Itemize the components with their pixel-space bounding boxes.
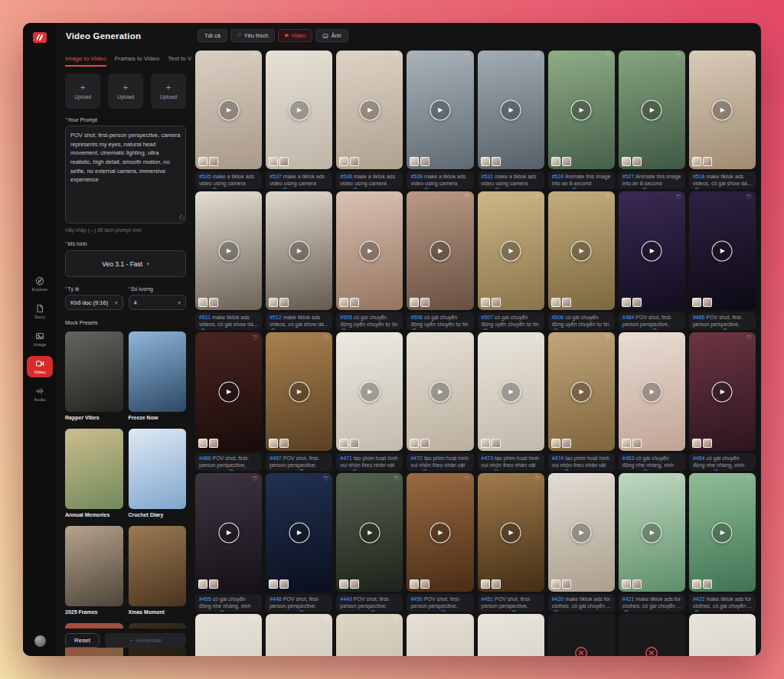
play-button[interactable]: ▶ bbox=[430, 381, 450, 402]
video-card[interactable]: ♡ ▶ #422 make tiktok ads for clothes, cô… bbox=[689, 473, 756, 612]
video-card[interactable]: ♡ ▶ #473 tạo phim hoạt hình vui nhộn the… bbox=[478, 332, 544, 471]
copy-icon[interactable] bbox=[694, 610, 701, 612]
copy-icon[interactable] bbox=[353, 188, 359, 190]
favorite-heart-icon[interactable]: ♡ bbox=[606, 335, 611, 341]
video-card[interactable]: ♡ ▶ bbox=[336, 614, 403, 656]
video-card[interactable]: ♡ ▶ #453 cô gái chuyển động nhẹ nhàng, x… bbox=[619, 332, 685, 471]
copy-icon[interactable] bbox=[283, 188, 289, 190]
video-thumbnail[interactable]: ♡ ▶ bbox=[548, 473, 615, 592]
video-card[interactable]: ♡ ▶ bbox=[195, 614, 262, 656]
video-thumbnail[interactable]: ♡ ▶ bbox=[619, 332, 685, 451]
filter-video-button[interactable]: ▶ Video bbox=[278, 29, 312, 42]
favorite-heart-icon[interactable]: ♡ bbox=[676, 53, 681, 60]
favorite-heart-icon[interactable]: ♡ bbox=[676, 194, 681, 201]
video-thumbnail[interactable]: ♡ ▶ bbox=[407, 473, 473, 592]
preset-image[interactable] bbox=[129, 331, 187, 412]
copy-icon[interactable] bbox=[554, 610, 560, 612]
copy-icon[interactable] bbox=[229, 469, 235, 472]
generate-button[interactable]: + Generate bbox=[105, 633, 186, 648]
favorite-heart-icon[interactable]: ♡ bbox=[253, 194, 258, 201]
copy-icon[interactable] bbox=[412, 328, 418, 331]
copy-icon[interactable] bbox=[220, 610, 226, 612]
upload-slot-1[interactable]: + Upload bbox=[65, 73, 100, 109]
play-button[interactable]: ▶ bbox=[359, 100, 380, 120]
play-button[interactable]: ▶ bbox=[642, 522, 662, 543]
video-thumbnail[interactable]: ♡ ▶ bbox=[336, 473, 403, 592]
video-thumbnail[interactable]: ♡ ▶ bbox=[266, 51, 332, 169]
play-button[interactable]: ▶ bbox=[218, 240, 239, 261]
favorite-heart-icon[interactable]: ♡ bbox=[323, 616, 328, 623]
sidebar-item-audio[interactable]: Audio bbox=[27, 384, 53, 405]
play-button[interactable]: ▶ bbox=[712, 522, 733, 543]
preset-item[interactable]: Xmas Moment bbox=[129, 526, 187, 615]
favorite-heart-icon[interactable]: ♡ bbox=[534, 616, 540, 623]
play-button[interactable]: ▶ bbox=[712, 240, 733, 261]
video-card[interactable]: ♡ ▶ #505 cô gái chuyển động uyển chuyển … bbox=[336, 191, 403, 330]
preset-image[interactable] bbox=[129, 429, 187, 509]
video-card[interactable]: ♡ ▶ bbox=[548, 614, 615, 656]
favorite-heart-icon[interactable]: ♡ bbox=[394, 616, 399, 623]
play-button[interactable]: ▶ bbox=[218, 522, 239, 543]
play-button[interactable]: ▶ bbox=[289, 240, 309, 261]
favorite-heart-icon[interactable]: ♡ bbox=[464, 53, 469, 60]
quantity-select[interactable]: 4 ▾ bbox=[129, 295, 187, 310]
video-thumbnail[interactable]: ♡ ▶ bbox=[407, 191, 473, 310]
video-thumbnail[interactable]: ♡ ▶ bbox=[407, 614, 473, 656]
video-card[interactable]: ♡ ▶ #518 make tiktok ads videos, cô gái … bbox=[689, 51, 756, 189]
upload-slot-3[interactable]: + Upload bbox=[151, 73, 186, 109]
favorite-heart-icon[interactable]: ♡ bbox=[394, 194, 399, 201]
play-button[interactable]: ▶ bbox=[571, 100, 592, 120]
favorite-heart-icon[interactable]: ♡ bbox=[746, 194, 752, 201]
favorite-heart-icon[interactable]: ♡ bbox=[606, 194, 611, 201]
copy-icon[interactable] bbox=[371, 610, 377, 612]
video-card[interactable]: ♡ ▶ #486 POV shot, first-person perspect… bbox=[195, 332, 262, 471]
favorite-heart-icon[interactable]: ♡ bbox=[253, 475, 258, 482]
video-thumbnail[interactable]: ♡ ▶ bbox=[619, 473, 685, 592]
video-thumbnail[interactable]: ♡ ▶ bbox=[689, 332, 756, 451]
video-thumbnail[interactable]: ♡ ▶ bbox=[478, 473, 544, 592]
favorite-heart-icon[interactable]: ♡ bbox=[253, 335, 258, 341]
preset-item[interactable]: 2025 Frames bbox=[65, 526, 123, 615]
video-card[interactable]: ♡ ▶ #531 make a tiktok ads video using c… bbox=[478, 51, 544, 189]
favorite-heart-icon[interactable]: ♡ bbox=[746, 53, 752, 60]
video-card[interactable]: ♡ ▶ #474 tạo phim hoạt hình vui nhộn the… bbox=[548, 332, 615, 471]
copy-icon[interactable] bbox=[299, 469, 305, 472]
copy-icon[interactable] bbox=[495, 188, 501, 190]
preset-image[interactable] bbox=[65, 331, 123, 412]
video-card[interactable]: ♡ ▶ bbox=[689, 614, 756, 656]
play-button[interactable]: ▶ bbox=[501, 522, 521, 543]
video-thumbnail[interactable]: ♡ ▶ bbox=[195, 332, 262, 451]
play-button[interactable]: ▶ bbox=[712, 381, 733, 402]
video-card[interactable]: ♡ ▶ #454 cô gái chuyển động nhẹ nhàng, x… bbox=[689, 332, 756, 471]
play-button[interactable]: ▶ bbox=[501, 240, 521, 261]
play-button[interactable]: ▶ bbox=[218, 381, 239, 402]
copy-icon[interactable] bbox=[424, 188, 430, 190]
video-card[interactable]: ♡ ▶ #420 make tiktok ads for clothes, cô… bbox=[548, 473, 615, 612]
play-button[interactable]: ▶ bbox=[501, 100, 521, 120]
preset-item[interactable]: Annual Memories bbox=[65, 429, 123, 517]
favorite-heart-icon[interactable]: ♡ bbox=[464, 194, 469, 201]
video-card[interactable]: ♡ ▶ #484 POV shot, first-person perspect… bbox=[619, 191, 685, 330]
play-button[interactable]: ▶ bbox=[359, 522, 380, 543]
video-thumbnail[interactable]: ♡ ▶ bbox=[478, 332, 544, 451]
video-card[interactable]: ♡ ▶ #455 cô gái chuyển động nhẹ nhàng, x… bbox=[195, 473, 262, 612]
video-thumbnail[interactable]: ♡ ▶ bbox=[336, 614, 403, 656]
play-button[interactable]: ▶ bbox=[571, 240, 592, 261]
user-avatar[interactable] bbox=[34, 635, 46, 647]
video-card[interactable]: ♡ ▶ #449 POV shot, first-person perspect… bbox=[336, 473, 403, 612]
video-thumbnail[interactable]: ♡ ▶ bbox=[195, 191, 262, 310]
video-thumbnail[interactable]: ♡ ▶ bbox=[478, 51, 544, 169]
video-card[interactable]: ♡ ▶ #471 tạo phim hoạt hình vui nhộn the… bbox=[336, 332, 403, 471]
play-button[interactable]: ▶ bbox=[571, 522, 592, 543]
video-thumbnail[interactable]: ♡ ▶ bbox=[548, 51, 615, 169]
video-card[interactable]: ♡ ▶ bbox=[407, 614, 473, 656]
video-thumbnail[interactable]: ♡ ▶ bbox=[548, 614, 615, 656]
favorite-heart-icon[interactable]: ♡ bbox=[464, 475, 469, 482]
video-thumbnail[interactable]: ♡ ▶ bbox=[195, 614, 262, 656]
video-thumbnail[interactable]: ♡ ▶ bbox=[336, 51, 403, 169]
copy-icon[interactable] bbox=[554, 328, 560, 331]
video-card[interactable]: ♡ ▶ #421 make tiktok ads for clothes, cô… bbox=[619, 473, 685, 612]
video-thumbnail[interactable]: ♡ ▶ bbox=[195, 51, 262, 169]
video-thumbnail[interactable]: ♡ ▶ bbox=[407, 51, 473, 169]
play-button[interactable]: ▶ bbox=[430, 522, 450, 543]
